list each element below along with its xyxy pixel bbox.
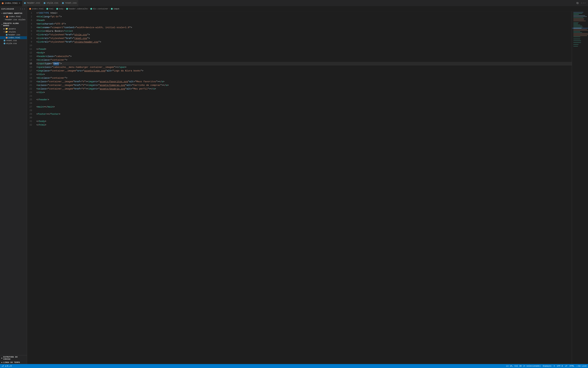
line-num-8: 8 [27, 37, 34, 40]
element-icon [46, 8, 48, 10]
svg-rect-44 [573, 46, 578, 46]
live-icon: ⚡ [577, 365, 578, 367]
code-line-31: </body> [36, 120, 572, 123]
element-icon [66, 8, 68, 10]
more-icon[interactable]: ··· [20, 7, 26, 11]
styles-child-index-html[interactable]: index.html [0, 36, 27, 39]
live-server-item[interactable]: ⚡ Go Live [577, 365, 587, 367]
close-icon[interactable]: × [4, 15, 5, 18]
cursor-position-item[interactable]: Ln 15, Col 30 (4 selecionado) [506, 365, 541, 367]
errors-item[interactable]: ⊘ 0 ⚠ 0 [5, 365, 11, 367]
open-editors-section[interactable]: ▾ EDITORES ABERTOS [0, 12, 27, 15]
svg-rect-31 [573, 28, 581, 28]
css-icon [4, 43, 5, 44]
code-content[interactable]: 1 2 3 4 5 6 7 8 9 10 11 12 13 14 15 16 1… [27, 11, 588, 364]
line-num-6: 6 [27, 29, 34, 33]
open-file-index-html[interactable]: × ⬤ index.html [0, 15, 27, 18]
line-num-21: 21 [27, 83, 34, 87]
file-label: reset.css [6, 39, 17, 42]
css-file-icon [62, 2, 64, 4]
line-num-14: 14 [27, 58, 34, 62]
line-num-22: 22 [27, 87, 34, 91]
root-file-reset-css[interactable]: reset.css [0, 39, 27, 42]
folder-icon: 📁 [5, 28, 8, 30]
code-structure-label: ESTRUTURA DO CÓDIGO [3, 356, 26, 360]
encoding-item[interactable]: UTF-8 [557, 365, 563, 367]
element-icon [90, 8, 92, 10]
svg-point-6 [6, 37, 8, 39]
code-line-27: <main></main> [36, 105, 572, 109]
code-line-1: <!DOCTYPE html> [36, 11, 572, 15]
breadcrumb-item-file: index.html [29, 8, 44, 10]
svg-rect-35 [573, 32, 582, 33]
language-item[interactable]: HTML [570, 365, 574, 367]
git-branch-item[interactable]: ⎇ [1, 365, 4, 367]
code-editor[interactable]: <!DOCTYPE html> <html lang="pt-br"> <hea… [36, 11, 572, 364]
tab-label: header.css [27, 2, 40, 4]
line-num-1: 1 [27, 11, 34, 15]
svg-rect-18 [573, 14, 579, 15]
open-file-label: index.html [9, 16, 21, 18]
file-label: index.html [8, 37, 20, 39]
code-line-3: <head> [36, 18, 572, 22]
breadcrumb-sep: › [44, 8, 46, 10]
code-line-4: <meta charset="UTF-8"> [36, 22, 572, 26]
encoding-label: UTF-8 [557, 365, 563, 367]
more-actions-icon[interactable]: ··· [580, 1, 587, 5]
tab-style-css[interactable]: style.css [42, 0, 60, 6]
code-structure-section[interactable]: ▶ ESTRUTURA DO CÓDIGO [0, 355, 27, 361]
breadcrumb: index.html › html › body › header.cabeca… [27, 6, 588, 11]
code-line-16: <span class="cabecalho__menu-hamburger c… [36, 65, 572, 69]
project-section[interactable]: ▾ PROJETO ALURA BOOKS [0, 22, 27, 27]
error-count: 0 [7, 365, 8, 367]
tab-reset-css[interactable]: reset.css [60, 0, 79, 6]
line-num-12: 12 [27, 51, 34, 55]
root-file-style-css[interactable]: style.css [0, 42, 27, 45]
line-num-16: 16 [27, 65, 34, 69]
split-editor-icon[interactable]: ⧉ [576, 1, 579, 5]
line-num-15: 15 [27, 62, 34, 65]
svg-point-3 [62, 2, 64, 4]
breadcrumb-sep: › [64, 8, 65, 10]
chevron-icon: ▶ [1, 357, 2, 359]
tab-label: reset.css [65, 2, 77, 4]
warning-icon: ⚠ [9, 365, 10, 367]
tab-header-css[interactable]: header.css [22, 0, 42, 6]
line-num-29: 29 [27, 112, 34, 116]
svg-rect-41 [573, 41, 581, 41]
line-num-4: 4 [27, 22, 34, 26]
chevron-icon: ▾ [1, 12, 2, 14]
open-editors-label: EDITORES ABERTOS [3, 12, 22, 14]
explorer-header[interactable]: EXPLORADOR ··· [0, 6, 27, 12]
status-right: Ln 15, Col 30 (4 selecionado) Espaços: 4… [506, 365, 587, 367]
assets-folder[interactable]: ▶ 📁 assets [0, 27, 27, 30]
code-line-29: <footer></footer> [36, 112, 572, 116]
css-icon [6, 34, 8, 36]
open-file-label: header.css styles [5, 18, 26, 21]
timeline-section[interactable]: ▶ LINHA DO TEMPO [0, 361, 27, 364]
svg-point-14 [111, 8, 113, 10]
svg-rect-26 [573, 24, 578, 24]
line-ending-item[interactable]: LF [565, 365, 568, 367]
svg-rect-34 [573, 31, 580, 32]
bottom-sections: ▶ ESTRUTURA DO CÓDIGO ▶ LINHA DO TEMPO [0, 355, 27, 364]
tab-index-html[interactable]: index.html × [0, 0, 22, 6]
close-icon[interactable]: × [19, 2, 20, 5]
code-line-32: </html> [36, 123, 572, 127]
code-line-22: <a class="container__imagem" href="#"><i… [36, 87, 572, 91]
code-line-21: <a class="container__imagem" href="#"><i… [36, 83, 572, 87]
line-num-7: 7 [27, 33, 34, 37]
spaces-item[interactable]: Espaços: 4 [543, 365, 555, 367]
styles-child-header-css[interactable]: header.css [0, 33, 27, 36]
styles-folder[interactable]: ▾ 📂 styles [0, 30, 27, 33]
svg-rect-29 [573, 27, 583, 27]
code-line-5: <meta name="viewport" content="width=dev… [36, 26, 572, 29]
cursor-position: Ln 15, Col 30 (4 selecionado) [506, 365, 541, 367]
chevron-icon: ▾ [1, 23, 2, 26]
open-file-header-css[interactable]: header.css styles [0, 18, 27, 21]
html-file-icon [29, 8, 31, 10]
svg-rect-39 [573, 37, 580, 37]
line-num-5: 5 [27, 26, 34, 29]
svg-rect-42 [573, 42, 581, 43]
element-icon [56, 8, 58, 10]
